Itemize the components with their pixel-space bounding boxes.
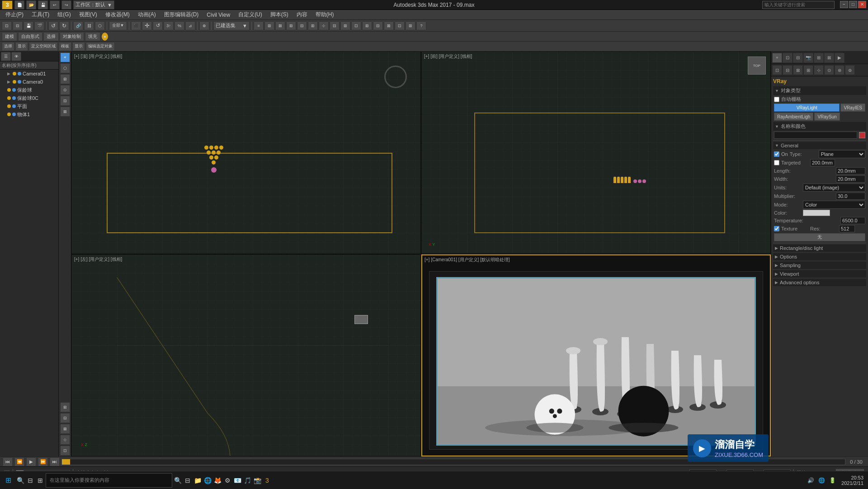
- snap-btn[interactable]: ⊟: [297, 21, 307, 30]
- targeted-input[interactable]: [810, 159, 835, 166]
- pivot-btn[interactable]: ⊕: [199, 21, 209, 30]
- menu-help[interactable]: 帮助(H): [312, 10, 338, 19]
- rp-icon8[interactable]: ⊚: [845, 65, 855, 75]
- vrayies-btn[interactable]: VRayIES: [840, 103, 865, 112]
- model-btn[interactable]: 建模: [2, 32, 17, 41]
- redo2-btn[interactable]: ↻: [59, 21, 69, 30]
- snap2-btn[interactable]: ⊞: [308, 21, 318, 30]
- select-btn[interactable]: ⊡: [2, 21, 12, 30]
- utils-tab[interactable]: ⊠: [60, 107, 70, 117]
- minimize-btn[interactable]: −: [840, 1, 848, 8]
- menu-animation[interactable]: 动画(A): [134, 10, 160, 19]
- rp-icon4[interactable]: ⊞: [803, 65, 813, 75]
- scene-item-camera01[interactable]: ▶ Camera01: [0, 70, 58, 78]
- task-app3[interactable]: 🎵: [243, 476, 252, 485]
- scale-btn[interactable]: 3↑: [164, 21, 174, 30]
- menu-graph-editor[interactable]: 图形编辑器(D): [160, 10, 203, 19]
- select-filter-btn[interactable]: ⬛: [131, 21, 141, 30]
- rp-icon1[interactable]: ⊡: [772, 65, 782, 75]
- rp-tab-env[interactable]: ⊠: [824, 53, 834, 63]
- viewport-camera[interactable]: [+] [Camera001] [用户定义] [默认明暗处理]: [421, 254, 771, 457]
- layer-btn[interactable]: ≡: [254, 21, 264, 30]
- advanced-section[interactable]: ▶ Advanced options: [773, 279, 866, 286]
- timeline-play-fwd[interactable]: ⏭: [50, 457, 60, 466]
- task-app1[interactable]: ⚙: [223, 476, 232, 485]
- task-folder[interactable]: 📁: [193, 476, 202, 485]
- create-tab[interactable]: ✦: [60, 52, 70, 62]
- texture-btn[interactable]: 无: [774, 233, 865, 241]
- task-cortana[interactable]: 🔍: [173, 476, 182, 485]
- select-sp-btn[interactable]: 选择: [2, 42, 14, 51]
- task-browser[interactable]: 🌐: [203, 476, 212, 485]
- app-logo[interactable]: 3: [2, 0, 13, 9]
- layer2-btn[interactable]: ⊞: [264, 21, 274, 30]
- taskbar-sound[interactable]: 🔊: [806, 476, 815, 485]
- name-color-section[interactable]: ▼ 名称和颜色: [773, 122, 866, 131]
- units-select[interactable]: Default (image): [803, 183, 865, 192]
- hierarchy-tab[interactable]: ⊞: [60, 74, 70, 84]
- bottom-icon1[interactable]: ⊞: [60, 402, 70, 412]
- help-btn[interactable]: ?: [416, 21, 426, 30]
- template-btn[interactable]: 模板: [59, 42, 71, 51]
- vraylight-btn[interactable]: VRayLight: [774, 103, 840, 112]
- rp-icon6[interactable]: ⊙: [824, 65, 834, 75]
- menu-script[interactable]: 脚本(S): [267, 10, 292, 19]
- viewport-left[interactable]: [+] [左] [用户定义] [线框]: [71, 254, 421, 457]
- multiplier-input[interactable]: [836, 193, 865, 200]
- display-sp-btn[interactable]: 显示: [15, 42, 28, 51]
- bottom-icon4[interactable]: ⊹: [60, 435, 70, 445]
- menu-stop[interactable]: 停止(P): [2, 10, 27, 19]
- env-btn[interactable]: ⊠: [384, 21, 394, 30]
- rect-disc-section[interactable]: ▶ Rectangle/disc light: [773, 244, 866, 252]
- select-mode-btn[interactable]: 选择: [43, 32, 59, 41]
- unlink-btn[interactable]: ⛓: [84, 21, 94, 30]
- general-section[interactable]: ▼ General: [773, 142, 866, 149]
- scene-item-plane[interactable]: 平面: [0, 102, 58, 110]
- scene-item-obj1[interactable]: 物体1: [0, 110, 58, 118]
- task-app2[interactable]: 📧: [233, 476, 242, 485]
- type-select[interactable]: Plane: [819, 150, 865, 158]
- viewport-top[interactable]: [+] [顶] [用户定义] [线框]: [71, 52, 421, 254]
- render-setup-btn[interactable]: ⊡: [395, 21, 405, 30]
- search-bar[interactable]: 在这里输入你要搜索的内容: [46, 473, 172, 488]
- rp-tab-render[interactable]: ⊡: [783, 53, 793, 63]
- render3-btn[interactable]: ⊞: [362, 21, 372, 30]
- color-val-swatch[interactable]: [803, 210, 830, 216]
- scene-item-camera0[interactable]: ▶ Camera0: [0, 78, 58, 86]
- rp-tab-anim[interactable]: ▶: [835, 53, 844, 63]
- open-btn[interactable]: 📂: [26, 0, 36, 9]
- taskbar-battery[interactable]: 🔋: [828, 476, 837, 485]
- rp-tab-cam[interactable]: 📷: [803, 53, 813, 63]
- menu-civil-view[interactable]: Civil View: [203, 11, 234, 19]
- display2-btn[interactable]: 显示: [72, 42, 85, 51]
- rp-tab-plus[interactable]: +: [772, 53, 782, 63]
- texture-cb[interactable]: [774, 226, 779, 231]
- width-input[interactable]: [836, 175, 865, 183]
- rotate-btn[interactable]: ↺: [153, 21, 163, 30]
- mode-select[interactable]: Color: [803, 201, 865, 209]
- render-btn[interactable]: 🎬: [34, 21, 44, 30]
- menu-view[interactable]: 视图(V): [75, 10, 101, 19]
- length-input[interactable]: [836, 167, 865, 174]
- color-swatch[interactable]: [859, 132, 865, 138]
- bottom-icon2[interactable]: ⊟: [60, 413, 70, 423]
- front-nav-cube[interactable]: TOP: [748, 56, 766, 75]
- menu-group[interactable]: 组(G): [54, 10, 74, 19]
- auto-grid-cb[interactable]: [774, 97, 779, 102]
- targeted-cb[interactable]: [774, 160, 779, 165]
- rp-tab-obj[interactable]: ⊞: [814, 53, 824, 63]
- mat-btn[interactable]: ⊟: [373, 21, 383, 30]
- rp-icon7[interactable]: ⊛: [835, 65, 844, 75]
- taskbar-edge-icon[interactable]: ⊞: [36, 476, 45, 485]
- sampling-section[interactable]: ▶ Sampling: [773, 262, 866, 269]
- task-app4[interactable]: 📸: [253, 476, 262, 485]
- render2-btn[interactable]: ⊡: [351, 21, 361, 30]
- close-btn[interactable]: ✕: [858, 1, 866, 8]
- titlebar-controls[interactable]: − □ ✕: [762, 1, 866, 9]
- select3-btn[interactable]: 全部▼: [109, 21, 127, 30]
- rayambient-btn[interactable]: RayAmbientLigh: [774, 113, 813, 121]
- task-firefox[interactable]: 🦊: [213, 476, 222, 485]
- taskbar-search-icon[interactable]: 🔍: [16, 476, 25, 485]
- workspace-dropdown[interactable]: 工作区：默认 ▼: [73, 0, 114, 9]
- scale3-btn[interactable]: ⊿: [185, 21, 195, 30]
